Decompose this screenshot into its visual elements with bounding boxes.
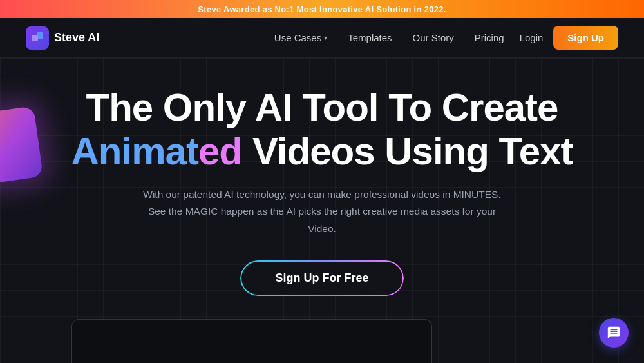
hero-section: The Only AI Tool To Create AnimatedVideo… — [0, 58, 644, 363]
logo-icon — [26, 26, 49, 50]
svg-rect-1 — [37, 32, 43, 39]
video-preview — [71, 319, 432, 363]
chat-icon — [607, 326, 621, 340]
hero-title-line2: AnimatedVideos Using Text — [71, 129, 573, 173]
logo-text: Steve AI — [54, 31, 99, 44]
logo[interactable]: Steve AI — [26, 26, 99, 50]
nav-templates[interactable]: Templates — [348, 32, 392, 43]
announcement-banner: Steve Awarded as No:1 Most Innovative AI… — [0, 0, 644, 18]
nav-pricing[interactable]: Pricing — [475, 32, 504, 43]
nav-actions: Login Sign Up — [520, 26, 618, 50]
hero-title-rest: Videos Using Text — [252, 129, 573, 173]
navbar: Steve AI Use Cases ▾ Templates Our Story… — [0, 18, 644, 58]
nav-links: Use Cases ▾ Templates Our Story Pricing — [274, 32, 504, 43]
decorative-card — [0, 106, 43, 184]
animated-text-blue: Animat — [71, 129, 198, 173]
chevron-down-icon: ▾ — [324, 34, 327, 41]
animated-text-pink: ed — [198, 129, 242, 173]
cta-button[interactable]: Sign Up For Free — [240, 260, 403, 296]
nav-our-story[interactable]: Our Story — [413, 32, 454, 43]
nav-use-cases[interactable]: Use Cases ▾ — [274, 32, 327, 43]
login-button[interactable]: Login — [520, 32, 544, 43]
hero-content: The Only AI Tool To Create AnimatedVideo… — [71, 86, 573, 363]
banner-text: Steve Awarded as No:1 Most Innovative AI… — [198, 5, 446, 14]
cta-wrapper: Sign Up For Free — [240, 260, 403, 296]
hero-title-line1: The Only AI Tool To Create — [71, 86, 573, 129]
chat-bubble-button[interactable] — [599, 318, 629, 348]
hero-subtitle: With our patented AI technology, you can… — [142, 186, 502, 237]
signup-button[interactable]: Sign Up — [553, 26, 618, 50]
